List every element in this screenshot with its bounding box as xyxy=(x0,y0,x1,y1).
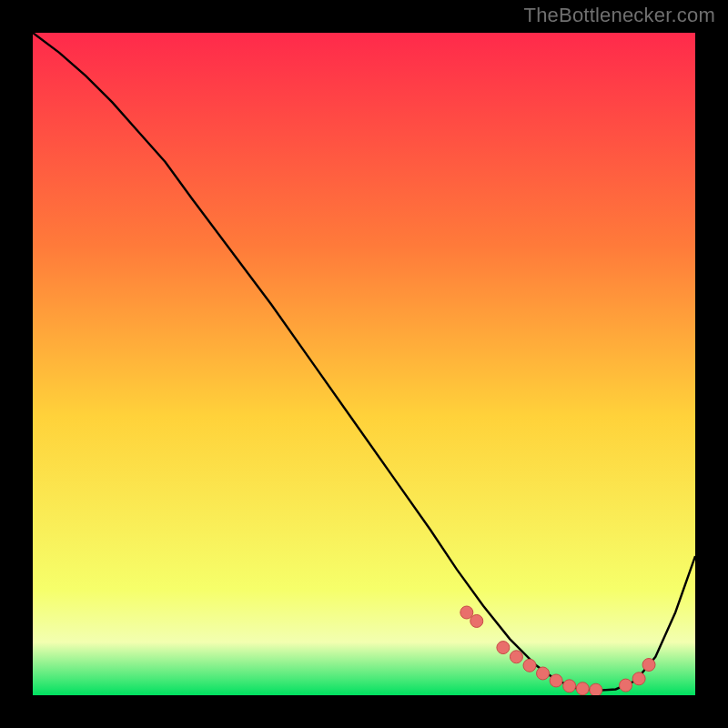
highlight-dot xyxy=(642,659,655,672)
highlight-dot xyxy=(510,651,522,663)
chart-svg xyxy=(33,33,695,695)
chart-frame: TheBottlenecker.com xyxy=(0,0,728,728)
highlight-dot xyxy=(497,642,510,654)
highlight-dot xyxy=(563,680,576,693)
gradient-background xyxy=(33,33,695,695)
highlight-dot xyxy=(590,683,602,695)
attribution-text: TheBottlenecker.com xyxy=(524,4,715,27)
highlight-dot xyxy=(460,606,473,619)
highlight-dot xyxy=(576,682,589,695)
highlight-dot xyxy=(470,614,483,627)
plot-area xyxy=(33,33,695,695)
highlight-dot xyxy=(632,672,645,685)
highlight-dot xyxy=(620,679,632,692)
highlight-dot xyxy=(523,659,536,672)
highlight-dot xyxy=(537,667,550,680)
highlight-dot xyxy=(550,674,562,687)
